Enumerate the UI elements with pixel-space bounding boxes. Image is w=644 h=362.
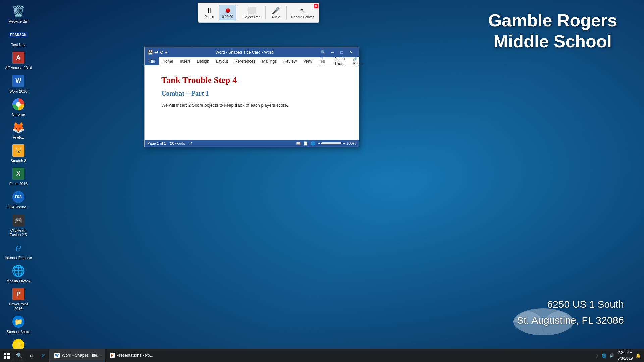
toolbar-separator-2	[265, 6, 266, 19]
word-document-content[interactable]: Tank Trouble Step 4 Combat – Part 1 We w…	[145, 65, 359, 140]
word-menu-view[interactable]: View	[300, 57, 316, 65]
zoom-out-button[interactable]: −	[318, 141, 320, 145]
desktop-icon-ie[interactable]: ℯ Internet Explorer	[3, 239, 34, 262]
word-menu-design[interactable]: Design	[193, 57, 212, 65]
desktop-icon-student-share[interactable]: 📁 Student Share	[3, 313, 34, 336]
desktop-icon-recycle-bin[interactable]: 🗑️ Recycle Bin	[3, 3, 34, 26]
svg-rect-1	[4, 353, 6, 355]
svg-rect-2	[7, 353, 10, 355]
desktop-icon-ae-access[interactable]: A AE Access 2016	[3, 49, 34, 72]
recycle-bin-label: Recycle Bin	[9, 19, 28, 24]
taskbar-task-view-button[interactable]: ⧉	[25, 349, 37, 362]
word-titlebar: 💾 ↩ ↻ ▾ Word - Shapes Title Card - Word …	[145, 47, 359, 57]
word-menu-user[interactable]: Justin Thor...	[331, 57, 349, 65]
word-proofing-icon[interactable]: ✓	[189, 141, 192, 146]
word-menu-insert[interactable]: Insert	[176, 57, 193, 65]
desktop-icons-container: 🗑️ Recycle Bin PEARSON Test Nav A AE Acc…	[0, 0, 37, 362]
screen-recording-toolbar: ✕ ⏸ Pause ⏺ 0:00:00 ⬜ Select Area 🎤 Audi…	[198, 3, 319, 23]
desktop-icon-mozilla-firefox[interactable]: 🌐 Mozilla Firefox	[3, 262, 34, 285]
ie-label: Internet Explorer	[5, 256, 32, 260]
toolbar-separator-3	[286, 6, 287, 19]
word-minimize-button[interactable]: ─	[328, 47, 337, 57]
word-menu-mailings[interactable]: Mailings	[259, 57, 280, 65]
taskbar-search-button[interactable]: 🔍	[13, 349, 25, 362]
school-address-line2: St. Augustine, FL 32086	[517, 312, 624, 328]
clickteam-icon: 🎮	[12, 214, 25, 227]
taskbar-network-icon[interactable]: 🌐	[602, 353, 607, 358]
read-mode-icon[interactable]: 📖	[296, 141, 301, 146]
pause-button[interactable]: ⏸ Pause	[201, 5, 218, 20]
taskbar-apps: ℯ W Word - Shapes Title... P Presentatio…	[37, 349, 593, 362]
word-undo-icon[interactable]: ↩	[154, 50, 158, 55]
record-pointer-button[interactable]: ↖ Record Pointer	[289, 5, 317, 20]
word-2016-label: Word 2016	[9, 89, 28, 94]
student-share-label: Student Share	[7, 330, 30, 334]
desktop-icon-excel-2016[interactable]: X Excel 2016	[3, 165, 34, 188]
word-menu-references[interactable]: References	[231, 57, 259, 65]
chrome-icon	[12, 98, 25, 111]
word-restore-button[interactable]: □	[337, 47, 346, 57]
school-name-line2: Middle School	[488, 31, 617, 52]
desktop-icon-firefox[interactable]: 🦊 Firefox	[3, 119, 34, 142]
word-title: Word - Shapes Title Card - Word	[171, 50, 318, 55]
select-area-button[interactable]: ⬜ Select Area	[240, 5, 263, 20]
print-layout-icon[interactable]: 📄	[303, 141, 308, 146]
student-share-icon: 📁	[12, 315, 25, 328]
firefox-icon: 🦊	[12, 121, 25, 134]
scratch-2-label: Scratch 2	[11, 159, 26, 163]
school-name-line1: Gamble Rogers	[488, 10, 617, 31]
desktop-icon-clickteam[interactable]: 🎮 Clickteam Fusion 2.5	[3, 212, 34, 239]
test-nav-label: Test Nav	[11, 43, 26, 47]
ae-access-label: AE Access 2016	[5, 66, 32, 70]
desktop-icon-powerpoint-2016[interactable]: P PowerPoint 2016	[3, 285, 34, 313]
taskbar-clock[interactable]: 2:26 PM 5/8/2019	[617, 350, 633, 361]
word-menu-home[interactable]: Home	[159, 57, 176, 65]
record-timer-button[interactable]: ⏺ 0:00:00	[219, 5, 236, 20]
powerpoint-2016-label: PowerPoint 2016	[5, 302, 32, 311]
document-subtitle: Combat – Part 1	[161, 89, 342, 97]
word-close-button[interactable]: ✕	[346, 47, 356, 57]
word-more-icon[interactable]: ▾	[165, 50, 167, 55]
chrome-label: Chrome	[12, 112, 25, 117]
taskbar-sound-icon[interactable]: 🔊	[609, 353, 614, 358]
desktop-icon-test-nav[interactable]: PEARSON Test Nav	[3, 26, 34, 49]
word-save-icon[interactable]: 💾	[147, 50, 153, 55]
taskbar-ppt-button[interactable]: P Presentation1 - Po...	[105, 349, 158, 362]
mozilla-firefox-label: Mozilla Firefox	[7, 279, 31, 283]
taskbar-chevron-icon[interactable]: ∧	[596, 353, 599, 358]
taskbar-notifications-icon[interactable]: 🔔	[636, 353, 641, 358]
web-layout-icon[interactable]: 🌐	[311, 141, 315, 146]
word-menu-file[interactable]: File	[145, 57, 159, 65]
svg-rect-4	[7, 356, 10, 359]
audio-button[interactable]: 🎤 Audio	[268, 5, 284, 20]
internet-explorer-icon: ℯ	[12, 241, 25, 254]
record-pointer-label: Record Pointer	[291, 15, 314, 19]
desktop-icon-chrome[interactable]: Chrome	[3, 96, 34, 119]
taskbar-ppt-label: Presentation1 - Po...	[117, 353, 153, 358]
zoom-in-button[interactable]: +	[343, 141, 345, 145]
word-redo-icon[interactable]: ↻	[160, 50, 164, 55]
word-menu-tell-me[interactable]: 🔍 Tell me...	[315, 57, 331, 65]
taskbar-ie-icon: ℯ	[42, 352, 45, 358]
start-button[interactable]	[0, 349, 13, 362]
recycle-bin-icon: 🗑️	[12, 5, 25, 18]
word-menu-share[interactable]: 🔗 Share	[349, 57, 367, 65]
record-pointer-icon: ↖	[300, 7, 305, 15]
toolbar-close-button[interactable]: ✕	[314, 4, 318, 8]
desktop-icon-word-2016[interactable]: W Word 2016	[3, 72, 34, 96]
word-menu-layout[interactable]: Layout	[213, 57, 231, 65]
taskbar-word-icon: W	[54, 353, 60, 358]
powerpoint-2016-icon: P	[12, 287, 25, 301]
taskbar-word-button[interactable]: W Word - Shapes Title...	[49, 349, 105, 362]
statusbar-right-controls: 📖 📄 🌐 − + 100%	[296, 141, 356, 146]
document-body: We will insert 2 Score objects to keep t…	[161, 103, 342, 108]
desktop-icon-fsa-secure[interactable]: FSA FSASecure...	[3, 188, 34, 212]
taskbar-ie-button[interactable]: ℯ	[37, 349, 49, 362]
clickteam-label: Clickteam Fusion 2.5	[5, 228, 32, 237]
taskbar-date: 5/8/2019	[617, 356, 633, 361]
fsa-secure-icon: FSA	[12, 190, 25, 204]
word-search-button[interactable]: 🔍	[318, 47, 328, 57]
word-quick-access-toolbar: 💾 ↩ ↻ ▾	[147, 50, 167, 55]
desktop-icon-scratch-2[interactable]: 🐱 Scratch 2	[3, 142, 34, 165]
word-menu-review[interactable]: Review	[280, 57, 300, 65]
